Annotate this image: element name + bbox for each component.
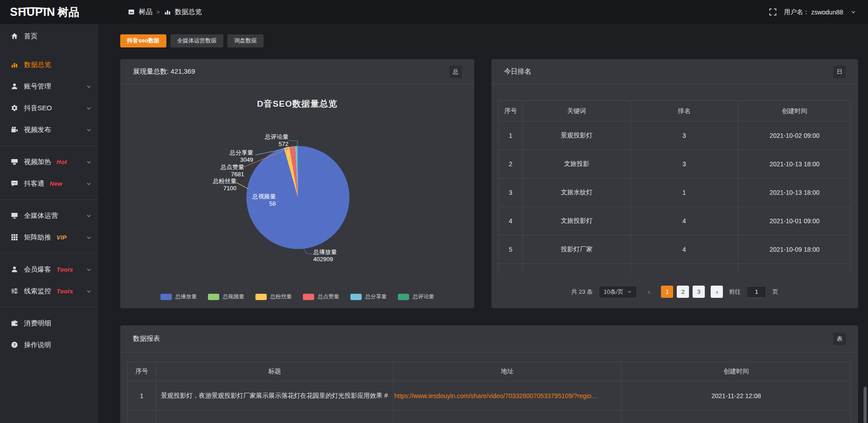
- table-cell: 2021-11-22 12:08: [622, 381, 851, 411]
- sidebar-item-consume-detail[interactable]: 消费明细: [0, 312, 98, 334]
- sidebar-item-member-baoke[interactable]: 会员爆客Tools: [0, 258, 98, 280]
- sidebar-item-video-publish[interactable]: 视频发布: [0, 119, 98, 141]
- sidebar-item-label: 会员爆客: [24, 265, 51, 274]
- goto-page-input[interactable]: [746, 286, 766, 298]
- table-cell: 文旅投影: [523, 150, 631, 179]
- legend-marker: [160, 294, 172, 300]
- legend-item[interactable]: 总评论量: [398, 293, 434, 301]
- sidebar-badge: Hot: [57, 159, 67, 165]
- sidebar-item-douketong[interactable]: 抖客通New: [0, 173, 98, 194]
- sidebar-item-account-manage[interactable]: 账号管理: [0, 75, 98, 97]
- tab-media-operation-data[interactable]: 全媒体运营数据: [170, 34, 224, 47]
- pagination-total: 共 23 条: [571, 288, 593, 296]
- screen-icon: [11, 158, 18, 165]
- table-cell: 文旅水纹灯: [523, 179, 631, 207]
- day-view-button[interactable]: 日: [833, 65, 846, 79]
- sidebar-item-video-heat[interactable]: 视频加热Hot: [0, 151, 98, 173]
- wallet-icon: [11, 320, 18, 327]
- chart-legend: 总播放量总视频量总粉丝量总点赞量总分享量总评论量: [120, 293, 474, 301]
- pie-label-value: 7681: [212, 171, 244, 178]
- sidebar-divider: [0, 146, 98, 146]
- tab-douyin-seo-data[interactable]: 抖音seo数据: [120, 34, 166, 47]
- legend-marker: [208, 294, 219, 300]
- legend-item[interactable]: 总播放量: [160, 293, 197, 301]
- legend-label: 总视频量: [223, 293, 245, 301]
- chevron-down-icon: [627, 289, 632, 294]
- total-view-button[interactable]: 总: [449, 65, 462, 79]
- monitor-icon: [11, 212, 18, 219]
- table-cell: 2021-10-01 09:00: [738, 207, 851, 235]
- next-page-button[interactable]: ›: [711, 286, 723, 298]
- fullscreen-icon[interactable]: [769, 8, 777, 16]
- table-header-row: 序号关键词排名创建时间: [499, 101, 851, 122]
- report-panel: 数据报表 表 序号标题地址创建时间1景观投影灯，夜游景观投影灯厂家展示展示落花灯…: [120, 325, 858, 423]
- breadcrumb-root[interactable]: 树品: [139, 8, 152, 16]
- legend-item[interactable]: 总分享量: [350, 293, 387, 301]
- scrollbar-thumb[interactable]: [863, 387, 867, 423]
- table-row-partial: [127, 411, 851, 423]
- chevron-down-icon[interactable]: [850, 9, 856, 15]
- table-col-header: 序号: [499, 101, 523, 122]
- table-row: 2文旅投影32021-10-13 18:00: [499, 150, 851, 179]
- svg-text:?: ?: [13, 343, 15, 347]
- sidebar-item-label: 数据总览: [24, 61, 51, 69]
- chevron-down-icon: [86, 181, 92, 187]
- table-cell: 文旅投影灯: [523, 207, 631, 235]
- page-number-1[interactable]: 1: [661, 286, 673, 298]
- pie-label-name: 总评论量: [260, 133, 288, 141]
- sidebar-item-media-operation[interactable]: 全媒体运营: [0, 205, 98, 226]
- table-cell: [738, 264, 851, 274]
- table-cell: 投影灯厂家: [523, 235, 631, 264]
- pie-label-4: 总分享量3049: [225, 149, 253, 164]
- table-cell: [631, 264, 738, 274]
- logo-arc: [16, 7, 50, 12]
- bar-chart-icon: [164, 9, 171, 15]
- legend-item[interactable]: 总点赞量: [303, 293, 340, 301]
- username-value[interactable]: zswodun88: [811, 9, 843, 16]
- panels-row: 展现量总数: 421,369 总 D音SEO数据量总览 总播放量402909总视…: [120, 59, 858, 308]
- chevron-down-icon: [86, 84, 92, 89]
- breadcrumb: 树品 > 数据总览: [128, 8, 202, 16]
- table-view-button[interactable]: 表: [833, 332, 846, 346]
- table-cell-link[interactable]: https://www.iesdouyin.com/share/video/70…: [393, 381, 622, 411]
- pie-label-0: 总播放量402909: [313, 249, 337, 263]
- table-cell: 5: [499, 235, 523, 264]
- sidebar-item-douyin-seo[interactable]: 抖音SEO: [0, 97, 98, 119]
- tab-inquiry-data[interactable]: 询盘数据: [227, 34, 264, 47]
- table-cell: 4: [631, 207, 738, 235]
- page-number-3[interactable]: 3: [693, 286, 705, 298]
- legend-item[interactable]: 总视频量: [208, 293, 245, 301]
- table-cell: 景观投影灯: [523, 122, 631, 150]
- sliders-icon: [11, 287, 18, 295]
- pie-label-5: 总评论量572: [260, 133, 288, 148]
- sidebar-badge: Tools: [57, 288, 73, 295]
- sidebar-nav: 首页数据总览账号管理抖音SEO视频发布视频加热Hot抖客通New全媒体运营矩阵助…: [0, 25, 98, 356]
- grid-icon: [11, 234, 18, 241]
- sidebar-badge: VIP: [57, 234, 66, 241]
- table-col-header: 创建时间: [622, 362, 851, 381]
- chat-icon: [11, 180, 18, 187]
- left-panel-header: 展现量总数: 421,369 总: [120, 59, 474, 85]
- logo-text-cn: 树品: [57, 5, 79, 19]
- person-icon: [11, 266, 18, 273]
- sidebar: 首页数据总览账号管理抖音SEO视频发布视频加热Hot抖客通New全媒体运营矩阵助…: [0, 24, 98, 423]
- sidebar-item-label: 矩阵助推: [24, 233, 51, 242]
- sidebar-badge: New: [50, 180, 62, 187]
- sidebar-item-home[interactable]: 首页: [0, 25, 98, 47]
- table-cell: [127, 411, 156, 423]
- sidebar-item-data-overview[interactable]: 数据总览: [0, 54, 98, 75]
- page-size-select[interactable]: 10条/页: [599, 286, 637, 298]
- sidebar-item-operation-guide[interactable]: ?操作说明: [0, 334, 98, 356]
- table-col-header: 地址: [393, 362, 622, 381]
- legend-item[interactable]: 总粉丝量: [255, 293, 292, 301]
- douyin-seo-panel: 展现量总数: 421,369 总 D音SEO数据量总览 总播放量402909总视…: [120, 59, 474, 308]
- sidebar-item-clue-monitor[interactable]: 线索监控Tools: [0, 280, 98, 302]
- table-cell: [523, 264, 631, 274]
- pie-label-value: 572: [260, 141, 288, 148]
- table-cell: 1: [499, 122, 523, 150]
- prev-page-button[interactable]: ‹: [643, 286, 655, 298]
- page-number-2[interactable]: 2: [677, 286, 689, 298]
- video-camera-icon: [11, 126, 18, 133]
- sidebar-item-matrix-boost[interactable]: 矩阵助推VIP: [0, 226, 98, 248]
- sidebar-item-label: 抖音SEO: [24, 104, 52, 113]
